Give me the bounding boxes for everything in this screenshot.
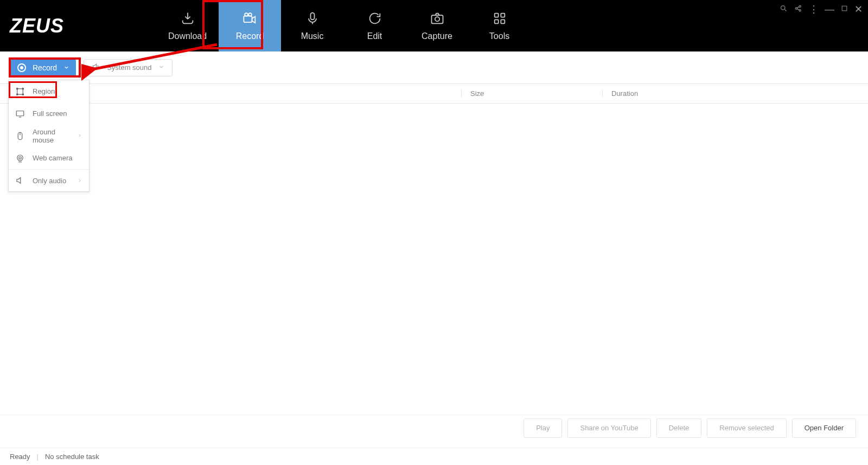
dropdown-item-web-camera[interactable]: Web camera (9, 147, 89, 169)
nav-record-label: Record (236, 31, 264, 41)
toolbar: Record System sound (0, 51, 868, 84)
sound-dropdown-button[interactable]: System sound (84, 59, 172, 76)
record-icon (242, 11, 258, 26)
status-separator: | (37, 453, 39, 461)
main-nav: Download Record Music Edit Capture Tools (156, 0, 531, 51)
record-button-label: Record (33, 63, 57, 72)
fullscreen-icon (15, 109, 25, 119)
status-schedule: No schedule task (45, 453, 99, 461)
nav-tools-label: Tools (489, 31, 509, 41)
svg-rect-3 (310, 12, 314, 20)
search-icon[interactable] (780, 4, 788, 15)
chevron-down-icon (158, 63, 164, 72)
music-icon (305, 11, 320, 26)
share-youtube-button[interactable]: Share on YouTube (567, 418, 650, 438)
sound-button-label: System sound (107, 63, 151, 72)
svg-rect-20 (16, 111, 24, 115)
chevron-right-icon (77, 177, 82, 185)
svg-point-5 (435, 17, 439, 21)
delete-button[interactable]: Delete (656, 418, 702, 438)
status-bar: Ready | No schedule task (0, 448, 868, 465)
download-icon (180, 11, 195, 26)
webcam-icon (15, 153, 25, 163)
record-mode-dropdown: Region Full screen Around mouse Web came… (8, 80, 90, 192)
status-ready: Ready (10, 453, 30, 461)
nav-edit-label: Edit (367, 31, 382, 41)
svg-rect-8 (494, 20, 498, 23)
capture-icon (430, 11, 445, 26)
dropdown-fullscreen-label: Full screen (33, 109, 67, 118)
svg-rect-6 (494, 13, 498, 17)
close-icon[interactable]: ✕ (854, 3, 863, 15)
svg-point-16 (16, 88, 18, 89)
dropdown-item-only-audio[interactable]: Only audio (9, 169, 89, 191)
nav-download[interactable]: Download (156, 0, 219, 51)
svg-rect-15 (17, 88, 23, 94)
play-button[interactable]: Play (524, 418, 562, 438)
svg-point-2 (248, 13, 252, 16)
svg-rect-0 (244, 16, 252, 22)
dropdown-item-region[interactable]: Region (9, 80, 89, 102)
dropdown-item-fullscreen[interactable]: Full screen (9, 102, 89, 125)
window-controls: ⋮ — ✕ (780, 3, 863, 15)
nav-music-label: Music (301, 31, 324, 41)
region-icon (15, 87, 25, 96)
svg-point-17 (22, 88, 24, 89)
record-dropdown-button[interactable]: Record (11, 59, 76, 76)
svg-rect-7 (501, 13, 505, 17)
dropdown-webcam-label: Web camera (33, 154, 72, 162)
bottom-actions: Play Share on YouTube Delete Remove sele… (0, 415, 868, 441)
svg-point-18 (16, 93, 18, 95)
edit-icon (367, 11, 382, 26)
chevron-right-icon (77, 132, 82, 140)
speaker-icon (92, 62, 100, 73)
remove-selected-button[interactable]: Remove selected (707, 418, 786, 438)
svg-point-1 (245, 13, 248, 16)
mouse-icon (15, 131, 25, 141)
open-folder-button[interactable]: Open Folder (792, 418, 856, 438)
top-navbar: ZEUS Download Record Music Edit Capture … (0, 0, 868, 51)
nav-tools[interactable]: Tools (468, 0, 531, 51)
nav-capture[interactable]: Capture (406, 0, 468, 51)
svg-point-23 (19, 157, 22, 159)
audio-icon (15, 176, 25, 185)
column-size[interactable]: Size (461, 89, 602, 98)
nav-music[interactable]: Music (281, 0, 343, 51)
share-icon[interactable] (794, 4, 802, 15)
svg-point-19 (22, 93, 24, 95)
svg-point-10 (781, 5, 786, 10)
chevron-down-icon (63, 63, 69, 72)
minimize-icon[interactable]: — (825, 4, 834, 15)
nav-download-label: Download (168, 31, 207, 41)
maximize-icon[interactable] (841, 4, 848, 14)
svg-rect-9 (501, 20, 505, 23)
dropdown-audio-label: Only audio (33, 177, 66, 185)
app-logo: ZEUS (10, 15, 64, 37)
record-dot-icon (17, 63, 26, 72)
dropdown-item-around-mouse[interactable]: Around mouse (9, 125, 89, 147)
column-duration[interactable]: Duration (602, 89, 743, 98)
dropdown-around-mouse-label: Around mouse (33, 128, 69, 144)
dropdown-region-label: Region (33, 87, 55, 95)
tools-icon (492, 11, 507, 26)
nav-record[interactable]: Record (219, 0, 281, 51)
svg-rect-14 (842, 6, 847, 11)
svg-point-22 (17, 155, 23, 161)
table-header: Size Duration (0, 84, 868, 104)
nav-edit[interactable]: Edit (343, 0, 406, 51)
nav-capture-label: Capture (422, 31, 452, 41)
more-icon[interactable]: ⋮ (809, 3, 818, 15)
